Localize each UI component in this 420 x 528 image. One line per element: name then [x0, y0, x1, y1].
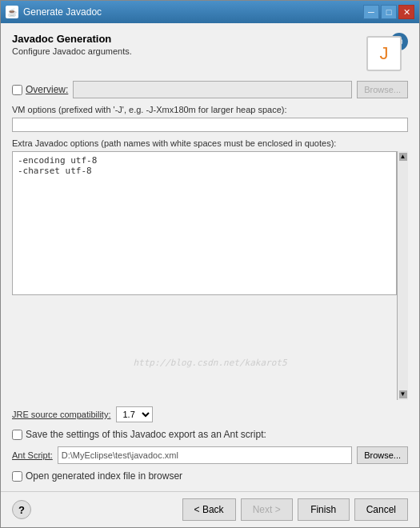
save-settings-text: Save the settings of this Javadoc export…	[26, 425, 247, 434]
extra-textarea-wrap: http://blog.csdn.net/kakarot5	[14, 148, 406, 398]
overview-browse-button[interactable]: Browse...	[352, 79, 406, 97]
vm-options-label: VM options (prefixed with '-J', e.g. -J-…	[14, 102, 406, 111]
title-bar-controls: − □ ✕	[362, 6, 413, 20]
main-body: Overview: Browse... VM options (prefixed…	[14, 79, 406, 478]
overview-checkbox[interactable]	[14, 83, 23, 93]
back-button[interactable]: < Back	[170, 497, 227, 519]
close-button[interactable]: ✕	[397, 6, 413, 20]
overview-label: Overview:	[26, 83, 66, 93]
app-icon: ✦	[7, 6, 20, 19]
window-title: Generate Javadoc	[25, 7, 107, 18]
jre-row: JRE source compatibility: 1.7 1.3 1.4 1.…	[14, 402, 406, 420]
ant-script-row: Ant Script: D:\MyEclipse\test\javadoc.xm…	[14, 439, 406, 457]
jre-label: JRE source compatibility:	[14, 406, 113, 416]
main-window: ✦ Generate Javadoc − □ ✕ Javadoc Generat…	[0, 0, 420, 528]
overview-row: Overview: Browse...	[14, 79, 406, 97]
page-title: Javadoc Generation	[14, 34, 134, 46]
minimize-button[interactable]: −	[362, 6, 378, 20]
finish-button[interactable]: Finish	[292, 497, 345, 519]
ant-script-input[interactable]: D:\MyEclipse\test\javadoc.xml	[59, 439, 347, 457]
cancel-button[interactable]: Cancel	[350, 497, 406, 519]
restore-button[interactable]: □	[379, 6, 395, 20]
extra-options-label: Extra Javadoc options (path names with w…	[14, 136, 406, 146]
title-bar-left: ✦ Generate Javadoc	[7, 6, 107, 19]
ant-script-label: Ant Script:	[14, 443, 54, 453]
javadoc-icon: @ J	[368, 34, 406, 73]
save-settings-label: Save the settings of this Javadoc export…	[14, 425, 247, 434]
header-text: Javadoc Generation Configure Javadoc arg…	[14, 34, 134, 58]
open-index-label: Open generated index file in browser	[27, 462, 184, 473]
page-subtitle: Configure Javadoc arguments.	[14, 48, 134, 58]
footer: ? < Back Next > Finish Cancel	[1, 487, 419, 527]
javadoc-icon-inner: J	[368, 34, 400, 70]
overview-input[interactable]	[70, 79, 347, 97]
save-settings-checkbox[interactable]	[14, 425, 23, 434]
open-index-row: Open generated index file in browser	[14, 462, 406, 473]
extra-options-textarea[interactable]	[14, 148, 406, 398]
open-index-checkbox[interactable]	[14, 462, 24, 473]
title-bar: ✦ Generate Javadoc − □ ✕	[1, 1, 419, 25]
footer-left: ?	[14, 499, 31, 517]
ant-browse-button[interactable]: Browse...	[352, 439, 406, 457]
content-area: Javadoc Generation Configure Javadoc arg…	[1, 25, 419, 487]
footer-buttons: < Back Next > Finish Cancel	[170, 497, 406, 519]
jre-select[interactable]: 1.7 1.3 1.4 1.5 1.6 1.8	[118, 402, 151, 420]
save-settings-row: Save the settings of this Javadoc export…	[14, 425, 406, 434]
overview-checkbox-label: Overview:	[14, 83, 66, 93]
header-section: Javadoc Generation Configure Javadoc arg…	[14, 34, 406, 73]
vm-options-input[interactable]	[14, 114, 406, 131]
next-button[interactable]: Next >	[232, 497, 287, 519]
help-button[interactable]: ?	[14, 499, 31, 517]
